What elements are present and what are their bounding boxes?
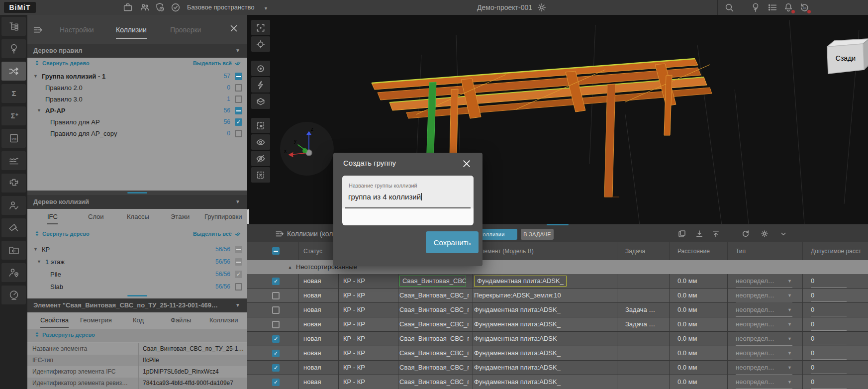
rail-tool-trowel[interactable] — [1, 218, 26, 237]
chevron-down-icon[interactable]: ▼ — [787, 274, 792, 288]
type-cell[interactable]: неопредел…▼ — [736, 332, 794, 346]
group-name-input[interactable]: Название группы коллизий группа из 4 кол… — [342, 176, 474, 208]
chevron-down-icon[interactable]: ▼ — [264, 6, 268, 11]
type-cell[interactable]: неопредел…▼ — [736, 274, 794, 289]
allowed-distance-input[interactable]: 0 — [811, 332, 847, 345]
viewport-tool-lightning[interactable] — [251, 77, 270, 93]
tree-row[interactable]: ▼Группа коллизий - 157 — [27, 71, 247, 82]
viewport-tool-frame-select[interactable] — [251, 20, 270, 35]
table-row[interactable]: новаяКР - КРСвая_Винтовая_СВС_по_ТУ_Фунд… — [247, 346, 868, 361]
collisions-tree-header[interactable]: Дерево коллизий ▼ — [27, 195, 247, 209]
copy-stack-icon[interactable] — [677, 229, 686, 238]
allowed-cell[interactable]: 0 — [811, 303, 851, 317]
list-icon[interactable] — [767, 2, 778, 13]
rules-tree-header[interactable]: Дерево правил ▼ — [27, 44, 247, 58]
viewport-tool-record-circle[interactable] — [251, 61, 270, 76]
view-cube[interactable]: Сзади — [819, 36, 868, 79]
upload-icon[interactable] — [711, 229, 720, 238]
rail-tool-dashboard-gauge[interactable] — [1, 286, 26, 304]
allowed-distance-input[interactable]: 0 — [811, 303, 847, 316]
tree-row-checkbox[interactable] — [235, 283, 242, 291]
chevron-down-icon[interactable]: ▼ — [235, 44, 240, 58]
workspace-selector[interactable]: Базовое пространство — [187, 0, 255, 15]
chevron-down-icon[interactable]: ▼ — [33, 244, 38, 255]
table-row[interactable]: новаяКР - КРСвая_Винтовая_СВС_по_ТУ_Фунд… — [247, 317, 868, 332]
tree-row[interactable]: Правило 2.00 — [27, 82, 247, 94]
close-icon[interactable] — [462, 159, 472, 169]
project-settings-gear-icon[interactable] — [536, 2, 547, 13]
tree-row[interactable]: Правило для АР56 — [27, 116, 247, 128]
allowed-cell[interactable]: 0 — [811, 375, 851, 389]
select-all-link[interactable]: Выделить всё — [193, 231, 241, 237]
rail-tool-sum-plus[interactable]: Σ+ — [1, 106, 26, 125]
model-tree-icon[interactable] — [750, 2, 761, 13]
tab-группировки[interactable]: Группировки — [204, 213, 242, 223]
tree-row-checkbox[interactable] — [235, 107, 242, 114]
chevron-down-icon[interactable]: ▼ — [787, 289, 792, 302]
tab-слои[interactable]: Слои — [88, 213, 104, 223]
search-icon[interactable] — [724, 2, 735, 13]
viewport-tool-area-select[interactable] — [251, 118, 270, 133]
type-dropdown[interactable]: неопредел… — [736, 303, 792, 317]
row-checkbox[interactable] — [272, 321, 280, 328]
sync-history-icon[interactable]: 10 — [799, 2, 810, 13]
shield-clock-icon[interactable] — [155, 2, 166, 13]
row-checkbox[interactable] — [272, 364, 280, 372]
collapse-group-icon[interactable]: ▲ — [288, 261, 292, 275]
rail-tool-sum[interactable]: Σ — [1, 84, 26, 103]
tree-row[interactable]: Pile56/56 — [27, 269, 247, 280]
chevron-down-icon[interactable]: ▼ — [787, 375, 792, 389]
tree-row-checkbox[interactable] — [235, 73, 242, 80]
tree-row-checkbox[interactable] — [235, 246, 242, 253]
section-resize-handle[interactable] — [127, 295, 147, 296]
collapse-tree-link[interactable]: Свернуть дерево — [34, 60, 90, 66]
chevron-down-icon[interactable]: ▼ — [787, 332, 792, 346]
chevron-down-icon[interactable]: ▼ — [787, 346, 792, 360]
chevron-down-icon[interactable] — [779, 229, 788, 238]
tab-проверки[interactable]: Проверки — [170, 26, 201, 38]
refresh-icon[interactable] — [741, 229, 750, 238]
viewport-tool-eye[interactable] — [251, 134, 270, 150]
allowed-cell[interactable]: 0 — [811, 289, 851, 303]
gear-icon[interactable] — [760, 229, 769, 238]
tab-код[interactable]: Код — [133, 316, 144, 327]
tab-этажи[interactable]: Этажи — [171, 213, 190, 223]
type-dropdown[interactable]: неопредел… — [736, 361, 792, 375]
allowed-distance-input[interactable]: 0 — [811, 274, 847, 288]
tree-row-checkbox[interactable] — [235, 118, 242, 126]
type-cell[interactable]: неопредел…▼ — [736, 361, 794, 375]
row-checkbox[interactable] — [272, 278, 280, 285]
type-dropdown[interactable]: неопредел… — [736, 274, 792, 288]
viewport-tool-area-deselect[interactable] — [251, 167, 270, 183]
collapse-tree-link[interactable]: Свернуть дерево — [34, 231, 90, 237]
save-button[interactable]: Сохранить — [426, 231, 479, 253]
chevron-down-icon[interactable]: ▼ — [235, 298, 240, 312]
close-icon[interactable] — [228, 23, 239, 34]
filter-in-task-button[interactable]: В ЗАДАЧЕ — [521, 229, 554, 240]
select-all-link[interactable]: Выделить всё — [193, 60, 241, 66]
rail-tool-user-check[interactable] — [1, 196, 26, 215]
team-icon[interactable] — [139, 2, 150, 13]
allowed-cell[interactable]: 0 — [811, 332, 851, 346]
table-row[interactable]: новаяКР - КРСвая_Винтовая_СВС_по_ТУ_Фунд… — [247, 303, 868, 317]
type-dropdown[interactable]: неопредел… — [736, 375, 792, 389]
chevron-down-icon[interactable]: ▼ — [787, 361, 792, 375]
tree-row[interactable]: ▼1 этаж56/56 — [27, 256, 247, 268]
row-checkbox[interactable] — [272, 350, 280, 357]
tree-row-checkbox[interactable] — [235, 258, 242, 266]
viewport-tool-eye-off[interactable] — [251, 151, 270, 166]
rail-tool-folder-export[interactable] — [1, 241, 26, 260]
tab-классы[interactable]: Классы — [127, 213, 149, 223]
tree-row[interactable]: ▼АР-АР56 — [27, 105, 247, 116]
table-row[interactable]: новаяКР - КРСвая_Винтовая_СВС_по_ТУ_Фунд… — [247, 361, 868, 375]
notifications-bell-icon[interactable] — [783, 2, 794, 13]
allowed-distance-input[interactable]: 0 — [811, 361, 847, 374]
tree-row[interactable]: Правило для АР_copy0 — [27, 128, 247, 139]
allowed-distance-input[interactable]: 0 — [811, 317, 847, 331]
chevron-down-icon[interactable]: ▼ — [33, 71, 38, 82]
rail-tool-clash-detection[interactable] — [1, 62, 26, 81]
tree-row[interactable]: Правило 3.01 — [27, 94, 247, 105]
briefcase-icon[interactable] — [122, 2, 133, 13]
tree-row[interactable]: ▼КР56/56 — [27, 244, 247, 255]
rail-tool-user-location[interactable] — [1, 263, 26, 282]
